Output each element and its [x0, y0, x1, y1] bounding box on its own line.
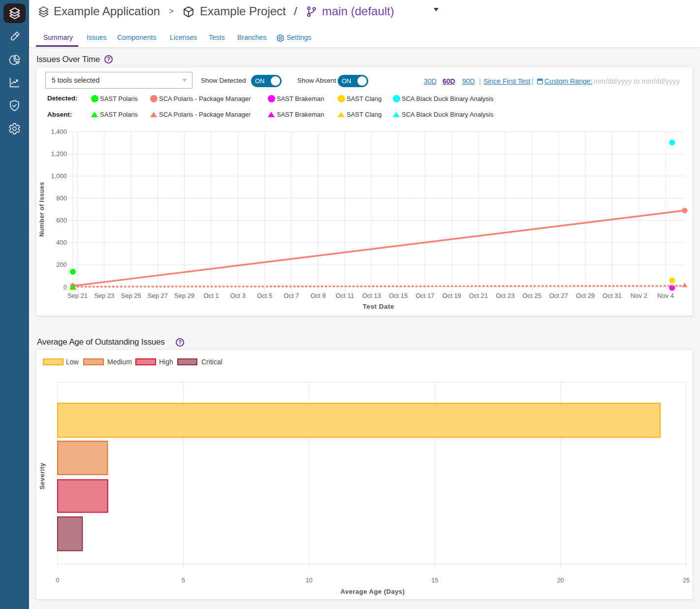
svg-text:Oct 5: Oct 5: [257, 292, 272, 299]
svg-text:800: 800: [56, 194, 67, 202]
svg-text:Oct 7: Oct 7: [284, 292, 299, 299]
svg-text:Severity: Severity: [38, 462, 46, 489]
svg-text:10: 10: [306, 577, 313, 584]
svg-text:5: 5: [182, 577, 185, 584]
svg-text:Oct 11: Oct 11: [336, 292, 354, 299]
svg-text:15: 15: [431, 577, 438, 584]
svg-text:Sep 23: Sep 23: [94, 292, 114, 299]
svg-text:Oct 15: Oct 15: [389, 292, 408, 299]
svg-text:Oct 23: Oct 23: [496, 292, 514, 299]
svg-text:Nov 4: Nov 4: [657, 292, 674, 299]
svg-text:Number of Issues: Number of Issues: [38, 182, 45, 236]
svg-text:1,400: 1,400: [51, 128, 67, 135]
svg-text:Oct 27: Oct 27: [549, 292, 568, 299]
svg-text:Oct 25: Oct 25: [522, 292, 541, 299]
svg-text:Sep 25: Sep 25: [121, 292, 141, 299]
svg-text:1,000: 1,000: [51, 172, 67, 180]
svg-text:Average Age (Days): Average Age (Days): [341, 588, 405, 595]
svg-text:Oct 1: Oct 1: [203, 292, 219, 299]
svg-text:20: 20: [557, 577, 564, 584]
svg-text:Oct 29: Oct 29: [576, 292, 595, 299]
svg-text:Sep 21: Sep 21: [67, 292, 88, 299]
svg-text:200: 200: [56, 261, 67, 268]
svg-text:Oct 3: Oct 3: [230, 292, 246, 299]
svg-text:Sep 27: Sep 27: [148, 292, 168, 299]
svg-text:0: 0: [64, 284, 67, 291]
svg-text:1,200: 1,200: [51, 150, 67, 158]
svg-text:25: 25: [683, 577, 690, 584]
svg-text:Oct 19: Oct 19: [443, 292, 461, 299]
svg-text:Oct 31: Oct 31: [603, 292, 621, 299]
svg-text:400: 400: [56, 239, 67, 246]
svg-text:Test Date: Test Date: [363, 303, 394, 310]
svg-text:Nov 2: Nov 2: [631, 292, 647, 299]
svg-text:Sep 29: Sep 29: [174, 292, 194, 299]
svg-text:Oct 9: Oct 9: [311, 292, 326, 299]
svg-text:0: 0: [56, 577, 60, 584]
svg-text:Oct 21: Oct 21: [469, 292, 488, 299]
svg-text:Oct 17: Oct 17: [415, 292, 434, 299]
svg-text:Oct 13: Oct 13: [362, 292, 381, 299]
svg-text:600: 600: [56, 217, 67, 224]
